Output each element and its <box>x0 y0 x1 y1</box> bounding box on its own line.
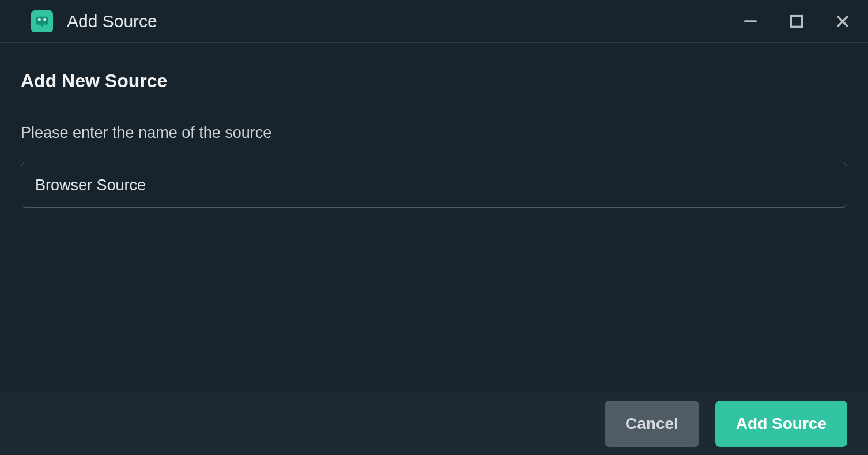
minimize-button[interactable] <box>741 12 760 31</box>
close-button[interactable] <box>833 12 852 31</box>
window-controls <box>741 0 852 42</box>
close-icon <box>835 13 851 29</box>
window-title: Add Source <box>67 12 157 31</box>
source-name-input[interactable] <box>21 163 847 208</box>
dialog-content: Add New Source Please enter the name of … <box>0 43 868 392</box>
maximize-button[interactable] <box>787 12 806 31</box>
dialog-footer: Cancel Add Source <box>0 392 868 455</box>
svg-rect-4 <box>791 16 802 27</box>
cancel-button[interactable]: Cancel <box>605 401 699 447</box>
dialog-prompt: Please enter the name of the source <box>21 124 847 142</box>
minimize-icon <box>742 13 758 29</box>
source-name-field-wrap <box>21 163 847 208</box>
maximize-icon <box>788 13 805 29</box>
titlebar: Add Source <box>0 0 868 43</box>
svg-rect-0 <box>36 16 48 24</box>
add-source-button[interactable]: Add Source <box>715 401 847 447</box>
dialog-heading: Add New Source <box>21 70 847 92</box>
app-logo-icon <box>31 10 53 32</box>
svg-rect-2 <box>43 18 46 21</box>
svg-rect-1 <box>38 18 41 21</box>
